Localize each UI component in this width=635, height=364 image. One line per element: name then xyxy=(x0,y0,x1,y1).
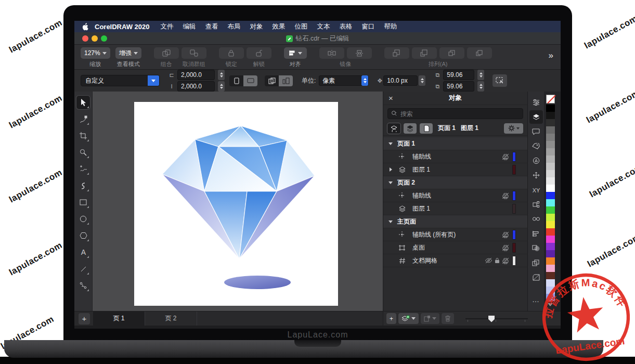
duplicate-x-stepper[interactable] xyxy=(477,70,484,80)
color-swatch-10[interactable] xyxy=(546,170,555,177)
curve-tool[interactable] xyxy=(76,162,90,176)
new-object-button[interactable]: + xyxy=(386,313,396,324)
object-data-docker-icon[interactable] xyxy=(529,198,543,211)
tree-item-辅助线[interactable]: 辅助线 xyxy=(383,189,527,202)
no-color-swatch[interactable] xyxy=(546,95,555,103)
units-chevrons-icon[interactable] xyxy=(361,75,368,86)
current-page-size-button[interactable] xyxy=(265,75,279,86)
search-input[interactable] xyxy=(400,110,494,118)
color-swatch-17[interactable] xyxy=(546,221,555,228)
menu-item-2[interactable]: 查看 xyxy=(200,22,223,31)
tree-item-辅助线[interactable]: 辅助线 xyxy=(383,150,527,163)
tags-docker-icon[interactable] xyxy=(529,139,543,153)
menu-item-10[interactable]: 帮助 xyxy=(379,22,401,31)
layer-color-bar[interactable] xyxy=(512,256,516,266)
menu-item-0[interactable]: 文件 xyxy=(155,22,178,31)
lock-button[interactable] xyxy=(219,47,244,59)
mirror-vertical-button[interactable] xyxy=(347,47,372,59)
view-pages-button[interactable] xyxy=(420,123,433,134)
symbols-docker-icon[interactable] xyxy=(529,154,543,167)
transform-docker-icon[interactable] xyxy=(529,168,543,182)
tree-item-图层 1[interactable]: 图层 1 xyxy=(383,202,527,215)
color-swatch-7[interactable] xyxy=(546,148,555,155)
landscape-button[interactable] xyxy=(243,75,257,86)
shaping-docker-icon[interactable] xyxy=(529,241,543,255)
properties-docker-icon[interactable] xyxy=(529,96,543,109)
tree-item-图层 1[interactable]: 图层 1 xyxy=(383,163,527,176)
align-distribute-docker-icon[interactable] xyxy=(529,227,543,240)
printer-off-icon[interactable] xyxy=(502,231,510,238)
to-back-button[interactable] xyxy=(412,47,437,59)
color-swatch-19[interactable] xyxy=(546,236,555,243)
mirror-horizontal-button[interactable] xyxy=(319,47,344,59)
treat-as-filled-button[interactable] xyxy=(493,74,507,87)
find-replace-docker-icon[interactable] xyxy=(529,212,543,226)
layer-color-bar[interactable] xyxy=(512,191,516,201)
menu-item-1[interactable]: 编辑 xyxy=(178,22,200,31)
menu-item-4[interactable]: 对象 xyxy=(245,22,267,31)
preset-chevron-icon[interactable] xyxy=(148,75,159,86)
line-tool[interactable] xyxy=(76,262,90,276)
new-layer-button[interactable] xyxy=(398,313,419,324)
crop-tool[interactable] xyxy=(76,129,90,142)
color-swatch-6[interactable] xyxy=(546,141,555,148)
polygon-tool[interactable] xyxy=(76,229,90,242)
nudge-distance-field[interactable]: 10.0 px xyxy=(383,75,418,86)
printer-off-icon[interactable] xyxy=(502,244,510,251)
zoom-level-dropdown[interactable]: 127% xyxy=(81,47,110,59)
objects-docker-icon[interactable] xyxy=(529,110,543,124)
comments-docker-icon[interactable] xyxy=(529,125,543,138)
to-front-button[interactable] xyxy=(384,47,409,59)
layer-color-bar[interactable] xyxy=(512,152,516,162)
menu-item-9[interactable]: 窗口 xyxy=(357,22,379,31)
duplicate-y-field[interactable]: 59.06 xyxy=(443,81,474,92)
menu-item-7[interactable]: 文本 xyxy=(312,22,334,31)
printer-off-icon[interactable] xyxy=(502,257,510,264)
color-swatch-4[interactable] xyxy=(546,126,555,134)
tree-item-文档网格[interactable]: 文档网格 xyxy=(383,254,527,267)
height-stepper[interactable] xyxy=(218,81,225,92)
back-one-button[interactable] xyxy=(467,47,492,59)
tree-section-主页面[interactable]: 主页面 xyxy=(383,215,527,228)
connector-tool[interactable] xyxy=(76,279,90,292)
step-repeat-docker-icon[interactable] xyxy=(529,256,543,269)
duplicate-x-field[interactable]: 59.06 xyxy=(443,70,474,80)
zoom-tool[interactable] xyxy=(76,146,90,159)
layer-color-bar[interactable] xyxy=(512,165,516,175)
expand-icon[interactable] xyxy=(390,167,392,172)
color-swatch-20[interactable] xyxy=(546,243,555,250)
menu-item-3[interactable]: 布局 xyxy=(223,22,245,31)
collapse-icon[interactable] xyxy=(388,142,393,145)
document-page[interactable] xyxy=(134,102,338,306)
tree-item-桌面[interactable]: 桌面 xyxy=(383,241,527,254)
duplicate-y-stepper[interactable] xyxy=(477,81,484,92)
forward-one-button[interactable] xyxy=(439,47,464,59)
eye-off-icon[interactable] xyxy=(485,257,493,264)
color-swatch-12[interactable] xyxy=(546,185,555,192)
unlock-button[interactable] xyxy=(247,47,271,59)
color-swatch-18[interactable] xyxy=(546,228,555,236)
color-swatch-2[interactable] xyxy=(546,112,555,119)
color-swatch-16[interactable] xyxy=(546,214,555,221)
docker-close-icon[interactable]: × xyxy=(388,94,393,102)
docker-options-button[interactable] xyxy=(504,123,523,134)
color-swatch-8[interactable] xyxy=(546,155,555,163)
slider-thumb[interactable] xyxy=(488,316,495,322)
color-swatch-5[interactable] xyxy=(546,134,555,141)
rectangle-tool[interactable] xyxy=(76,196,90,209)
delete-button[interactable] xyxy=(442,313,454,324)
view-mode-dropdown[interactable]: 增强 xyxy=(115,47,141,59)
layer-color-bar[interactable] xyxy=(512,230,516,240)
view-current-layer-button[interactable] xyxy=(387,123,400,134)
align-dropdown[interactable] xyxy=(284,47,307,59)
printer-off-icon[interactable] xyxy=(502,192,510,199)
color-swatch-15[interactable] xyxy=(546,206,555,214)
group-button[interactable] xyxy=(154,47,179,59)
toolbar-overflow-button[interactable]: » xyxy=(549,47,553,61)
nudge-stepper[interactable] xyxy=(419,75,425,86)
app-name[interactable]: CorelDRAW 2020 xyxy=(95,23,149,31)
page-height-field[interactable]: 2,000.0 xyxy=(177,81,215,92)
color-swatch-1[interactable] xyxy=(546,105,555,112)
color-swatch-11[interactable] xyxy=(546,177,555,185)
coordinates-docker-icon[interactable]: XY xyxy=(529,183,543,197)
